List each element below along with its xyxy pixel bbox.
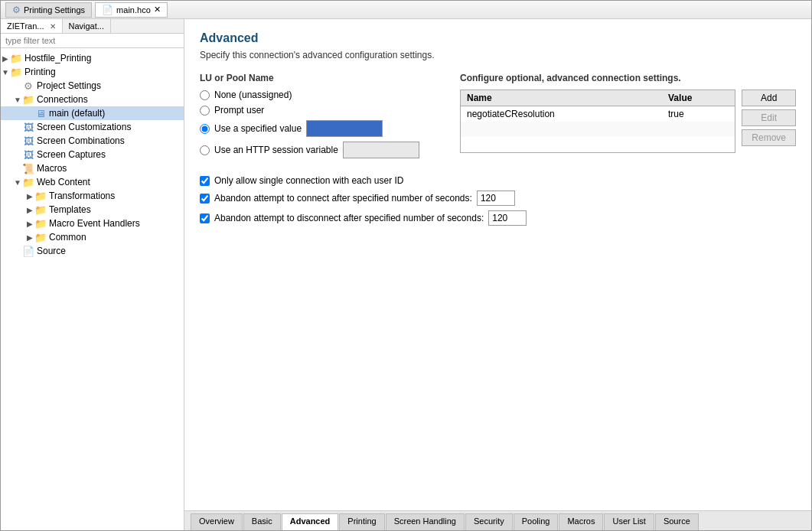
tree-label-macros: Macros: [37, 163, 67, 174]
radio-group: None (unassigned) Prompt user Use a spec…: [200, 90, 445, 158]
radio-prompt-label: Prompt user: [214, 105, 264, 116]
single-connection-row: Only allow single connection with each u…: [200, 175, 796, 186]
tree-item-printing[interactable]: ▼📁Printing: [1, 65, 184, 79]
tree: ▶📁Hostfile_Printing▼📁Printing⚙Project Se…: [1, 48, 184, 530]
tab-advanced[interactable]: Advanced: [282, 513, 339, 530]
tab-user-list[interactable]: User List: [604, 513, 654, 530]
radio-prompt[interactable]: [200, 106, 210, 116]
tree-item-source[interactable]: 📄Source: [1, 244, 184, 258]
screen-icon: 🖼: [22, 135, 34, 147]
tree-label-printing: Printing: [24, 67, 56, 77]
tree-item-screen-captures[interactable]: 🖼Screen Captures: [1, 148, 184, 161]
macro-icon: 📜: [22, 162, 34, 174]
tab-source[interactable]: Source: [655, 513, 699, 530]
abandon-disconnect-input[interactable]: [488, 210, 527, 226]
tree-label-transformations: Transformations: [49, 191, 115, 201]
tree-label-screen-captures: Screen Captures: [37, 149, 106, 160]
adv-settings-title: Configure optional, advanced connection …: [460, 73, 796, 83]
tree-item-screen-combinations[interactable]: 🖼Screen Combinations: [1, 134, 184, 148]
adv-table-container: Name Value negotiateCResolution true: [460, 90, 735, 153]
screen-icon: 🖼: [22, 121, 34, 133]
abandon-connect-input[interactable]: [477, 191, 515, 206]
tree-label-project-settings: Project Settings: [37, 80, 101, 91]
tree-toggle[interactable]: ▶: [25, 192, 34, 200]
tab-security[interactable]: Security: [465, 513, 513, 530]
radio-specified[interactable]: [200, 124, 210, 134]
remove-button[interactable]: Remove: [742, 129, 796, 146]
tree-item-macro-event-handlers[interactable]: ▶📁Macro Event Handlers: [1, 217, 184, 230]
radio-none[interactable]: [200, 90, 210, 100]
navigate-tab[interactable]: Navigat...: [63, 19, 111, 33]
col-name-header: Name: [461, 90, 662, 106]
table-cell-name: negotiateCResolution: [461, 106, 662, 122]
bottom-tabs: Overview Basic Advanced Printing Screen …: [184, 510, 811, 530]
col-value-header: Value: [662, 90, 735, 106]
right-panel: Advanced Specify this connection's advan…: [184, 19, 811, 530]
tree-item-screen-customizations[interactable]: 🖼Screen Customizations: [1, 120, 184, 134]
radio-http[interactable]: [200, 145, 210, 155]
left-panel: ZIETran... ✕ ZIETrans Projects Navigat..…: [1, 19, 184, 530]
filter-input[interactable]: [1, 34, 184, 48]
table-cell-value: true: [662, 106, 735, 122]
connection-icon: 🖥: [34, 107, 47, 119]
abandon-disconnect-row: Abandon attempt to disconnect after spec…: [200, 210, 796, 226]
tab-overview[interactable]: Overview: [191, 513, 243, 530]
single-connection-label: Only allow single connection with each u…: [214, 175, 403, 186]
zietrans-tab[interactable]: ZIETran... ✕ ZIETrans Projects: [1, 19, 63, 33]
abandon-disconnect-label: Abandon attempt to disconnect after spec…: [214, 213, 484, 223]
adv-settings-section: Configure optional, advanced connection …: [460, 73, 796, 166]
folder-icon: 📁: [10, 52, 22, 64]
tree-toggle[interactable]: ▼: [1, 68, 10, 77]
abandon-disconnect-checkbox[interactable]: [200, 213, 210, 223]
specified-value-input[interactable]: [306, 120, 383, 137]
abandon-connect-row: Abandon attempt to connect after specifi…: [200, 191, 796, 206]
tree-item-project-settings[interactable]: ⚙Project Settings: [1, 79, 184, 93]
tree-item-web-content[interactable]: ▼📁Web Content: [1, 175, 184, 189]
tree-toggle[interactable]: ▼: [13, 178, 22, 187]
tab-basic[interactable]: Basic: [243, 513, 281, 530]
tree-item-connections[interactable]: ▼📁Connections: [1, 93, 184, 106]
tree-label-hostfile: Hostfile_Printing: [24, 53, 91, 64]
edit-button[interactable]: Edit: [742, 109, 796, 126]
radio-none-row: None (unassigned): [200, 90, 445, 100]
close-tab-icon[interactable]: ✕: [154, 5, 161, 15]
doc-icon: 📄: [102, 5, 113, 15]
tree-toggle[interactable]: ▶: [25, 233, 34, 242]
tree-item-transformations[interactable]: ▶📁Transformations: [1, 189, 184, 203]
close-panel-tab-icon[interactable]: ✕: [50, 22, 56, 31]
lu-pool-section: LU or Pool Name None (unassigned) Prompt…: [200, 73, 445, 166]
tree-item-main-default[interactable]: 🖥main (default): [1, 106, 184, 120]
folder-icon: 📁: [34, 190, 47, 202]
table-row[interactable]: negotiateCResolution true: [461, 106, 735, 122]
single-connection-checkbox[interactable]: [200, 176, 210, 186]
right-content: Advanced Specify this connection's advan…: [184, 19, 811, 510]
settings-icon: ⚙: [12, 5, 21, 15]
tab-screen-handling[interactable]: Screen Handling: [386, 513, 465, 530]
radio-http-row: Use an HTTP session variable: [200, 142, 445, 158]
tree-toggle[interactable]: ▼: [13, 96, 22, 104]
tree-label-screen-customizations: Screen Customizations: [37, 122, 131, 132]
tree-item-templates[interactable]: ▶📁Templates: [1, 203, 184, 217]
tab-pooling[interactable]: Pooling: [514, 513, 559, 530]
left-panel-tabs: ZIETran... ✕ ZIETrans Projects Navigat..…: [1, 19, 184, 34]
tree-toggle[interactable]: ▶: [1, 54, 10, 63]
tab-printing[interactable]: Printing: [339, 513, 384, 530]
abandon-connect-checkbox[interactable]: [200, 194, 210, 204]
tree-item-hostfile[interactable]: ▶📁Hostfile_Printing: [1, 51, 184, 65]
tree-toggle[interactable]: ▶: [25, 220, 34, 228]
tree-item-common[interactable]: ▶📁Common: [1, 230, 184, 244]
tree-label-connections: Connections: [37, 94, 88, 105]
tab-main-hco[interactable]: 📄 main.hco ✕: [95, 2, 168, 18]
lu-pool-title: LU or Pool Name: [200, 73, 445, 83]
tab-macros[interactable]: Macros: [559, 513, 603, 530]
folder-icon: 📁: [22, 176, 34, 188]
radio-specified-row: Use a specified value: [200, 120, 445, 137]
abandon-connect-label: Abandon attempt to connect after specifi…: [214, 193, 472, 204]
tab-printing-settings[interactable]: ⚙ Printing Settings: [5, 2, 92, 18]
gear-icon: ⚙: [22, 80, 34, 92]
tree-label-macro-event-handlers: Macro Event Handlers: [49, 218, 140, 229]
tree-toggle[interactable]: ▶: [25, 206, 34, 214]
session-variable-input[interactable]: [343, 142, 419, 158]
add-button[interactable]: Add: [742, 90, 796, 106]
tree-item-macros[interactable]: 📜Macros: [1, 161, 184, 175]
